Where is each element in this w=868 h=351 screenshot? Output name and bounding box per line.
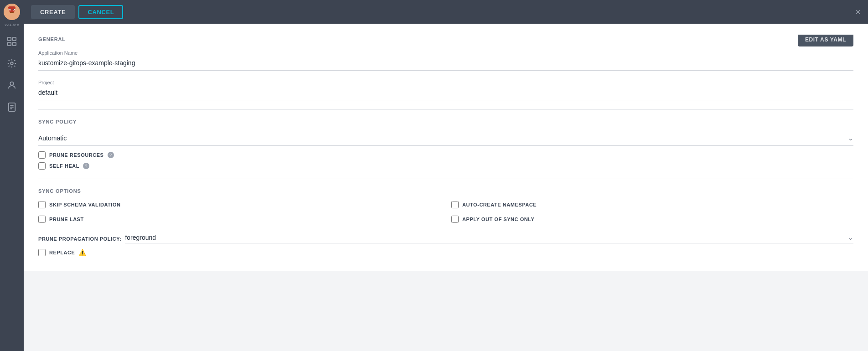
general-section-label: GENERAL: [38, 36, 66, 42]
prune-propagation-label: PRUNE PROPAGATION POLICY:: [38, 236, 121, 242]
auto-create-ns-label: AUTO-CREATE NAMESPACE: [462, 202, 537, 207]
self-heal-checkbox[interactable]: [38, 162, 46, 170]
replace-checkbox[interactable]: [38, 249, 46, 256]
svg-rect-10: [13, 42, 16, 46]
modal-header: CREATE CANCEL ×: [24, 0, 868, 24]
svg-rect-7: [8, 37, 11, 41]
auto-create-ns-row: AUTO-CREATE NAMESPACE: [451, 201, 853, 208]
skip-schema-checkbox[interactable]: [38, 201, 46, 208]
sync-policy-label: SYNC POLICY: [38, 119, 853, 124]
modal-panel: GENERAL EDIT AS YAML Application Name Pr…: [24, 24, 868, 271]
avatar[interactable]: [4, 4, 20, 20]
sidebar-item-user[interactable]: [3, 76, 21, 94]
replace-warning-icon: ⚠️: [78, 249, 86, 256]
self-heal-help-icon[interactable]: ?: [83, 163, 89, 169]
version-label: v2.1.5+e: [5, 23, 19, 27]
replace-label: REPLACE: [49, 250, 75, 255]
prune-last-label: PRUNE LAST: [49, 217, 84, 222]
svg-rect-8: [13, 37, 16, 41]
svg-rect-6: [8, 6, 16, 9]
svg-point-12: [10, 82, 13, 85]
create-button[interactable]: CREATE: [31, 5, 75, 19]
svg-point-11: [10, 62, 13, 65]
cancel-button[interactable]: CANCEL: [78, 5, 123, 19]
divider-1: [38, 109, 853, 110]
prune-propagation-value: foreground: [125, 234, 156, 241]
sync-options-label: SYNC OPTIONS: [38, 188, 853, 194]
prune-last-row: PRUNE LAST: [38, 216, 440, 223]
self-heal-row: SELF HEAL ?: [38, 162, 853, 170]
project-label: Project: [38, 80, 853, 85]
prune-resources-label: PRUNE RESOURCES: [49, 152, 104, 158]
sidebar: v2.1.5+e: [0, 0, 24, 351]
skip-schema-label: SKIP SCHEMA VALIDATION: [49, 202, 121, 207]
app-name-label: Application Name: [38, 50, 853, 56]
main-content: Applications + NEW APP ⟳ SYNC APPS CREAT…: [24, 0, 868, 351]
sync-policy-value: Automatic: [38, 134, 67, 142]
sidebar-item-apps[interactable]: [3, 32, 21, 51]
prune-propagation-dropdown[interactable]: foreground ⌄: [125, 234, 853, 243]
sidebar-item-settings[interactable]: [3, 54, 21, 72]
apply-out-of-sync-label: APPLY OUT OF SYNC ONLY: [462, 217, 534, 222]
prune-resources-checkbox[interactable]: [38, 151, 46, 159]
skip-schema-row: SKIP SCHEMA VALIDATION: [38, 201, 440, 208]
project-field: Project: [38, 80, 853, 100]
divider-2: [38, 179, 853, 179]
apply-out-of-sync-checkbox[interactable]: [451, 216, 459, 223]
self-heal-label: SELF HEAL: [49, 163, 79, 169]
svg-rect-9: [8, 42, 11, 46]
app-name-field: Application Name: [38, 50, 853, 71]
sync-policy-dropdown[interactable]: Automatic ⌄: [38, 132, 853, 146]
sync-options-grid: SKIP SCHEMA VALIDATION AUTO-CREATE NAMES…: [38, 201, 853, 227]
prune-resources-row: PRUNE RESOURCES ?: [38, 151, 853, 159]
prune-last-checkbox[interactable]: [38, 216, 46, 223]
close-button[interactable]: ×: [855, 7, 861, 16]
project-input[interactable]: [38, 87, 853, 100]
modal-body: GENERAL EDIT AS YAML Application Name Pr…: [24, 24, 868, 351]
svg-point-4: [10, 9, 10, 10]
auto-create-ns-checkbox[interactable]: [451, 201, 459, 208]
sidebar-item-docs[interactable]: [3, 98, 21, 116]
prune-propagation-row: PRUNE PROPAGATION POLICY: foreground ⌄: [38, 234, 853, 243]
prune-resources-help-icon[interactable]: ?: [108, 152, 114, 158]
prune-propagation-chevron-icon: ⌄: [848, 234, 853, 241]
apply-out-of-sync-row: APPLY OUT OF SYNC ONLY: [451, 216, 853, 223]
edit-yaml-button[interactable]: EDIT AS YAML: [798, 35, 853, 46]
replace-row: REPLACE ⚠️: [38, 249, 853, 256]
sync-policy-chevron-icon: ⌄: [848, 134, 853, 142]
app-name-input[interactable]: [38, 57, 853, 71]
svg-point-5: [13, 9, 14, 10]
modal-overlay: CREATE CANCEL × GENERAL EDIT AS YAML App…: [24, 0, 868, 351]
